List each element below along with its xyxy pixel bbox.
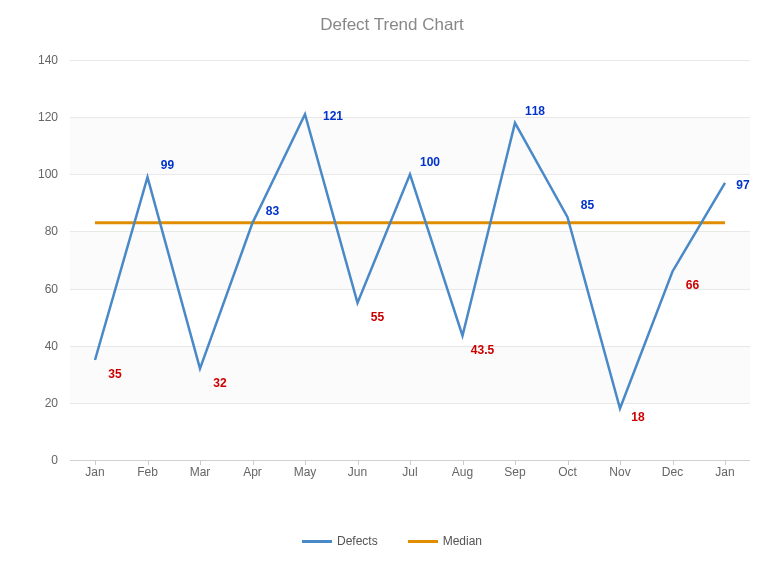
x-tick-label: Sep xyxy=(504,465,525,479)
x-tick-label: May xyxy=(294,465,317,479)
x-tick-label: Dec xyxy=(662,465,683,479)
x-tick-label: Jul xyxy=(402,465,417,479)
y-tick-label: 100 xyxy=(18,167,58,181)
y-tick-label: 80 xyxy=(18,224,58,238)
legend-item-defects: Defects xyxy=(302,534,378,548)
legend-label-defects: Defects xyxy=(337,534,378,548)
chart-area: 020406080100120140JanFebMarAprMayJunJulA… xyxy=(70,60,750,480)
data-label: 35 xyxy=(108,367,121,381)
y-tick-label: 40 xyxy=(18,339,58,353)
legend-item-median: Median xyxy=(408,534,482,548)
data-label: 32 xyxy=(213,376,226,390)
data-label: 55 xyxy=(371,310,384,324)
x-tick-label: Nov xyxy=(609,465,630,479)
y-tick-label: 120 xyxy=(18,110,58,124)
data-label: 83 xyxy=(266,204,279,218)
series-line-defects xyxy=(95,114,725,408)
data-label: 18 xyxy=(631,410,644,424)
x-tick-label: Jan xyxy=(85,465,104,479)
data-label: 99 xyxy=(161,158,174,172)
legend: Defects Median xyxy=(302,534,482,548)
x-tick-label: Aug xyxy=(452,465,473,479)
plot-area: 020406080100120140JanFebMarAprMayJunJulA… xyxy=(70,60,750,460)
x-tick-label: Mar xyxy=(190,465,211,479)
y-tick-label: 20 xyxy=(18,396,58,410)
chart-svg xyxy=(70,60,750,460)
data-label: 85 xyxy=(581,198,594,212)
x-tick-label: Oct xyxy=(558,465,577,479)
x-tick-label: Jan xyxy=(715,465,734,479)
legend-label-median: Median xyxy=(443,534,482,548)
x-tick-label: Apr xyxy=(243,465,262,479)
data-label: 97 xyxy=(736,178,749,192)
data-label: 66 xyxy=(686,278,699,292)
x-tick-label: Feb xyxy=(137,465,158,479)
chart-title: Defect Trend Chart xyxy=(0,0,784,35)
data-label: 43.5 xyxy=(471,343,494,357)
y-tick-label: 0 xyxy=(18,453,58,467)
legend-swatch-defects xyxy=(302,540,332,543)
y-tick-label: 60 xyxy=(18,282,58,296)
x-tick-label: Jun xyxy=(348,465,367,479)
data-label: 118 xyxy=(525,104,545,118)
legend-swatch-median xyxy=(408,540,438,543)
data-label: 121 xyxy=(323,109,343,123)
data-label: 100 xyxy=(420,155,440,169)
y-tick-label: 140 xyxy=(18,53,58,67)
